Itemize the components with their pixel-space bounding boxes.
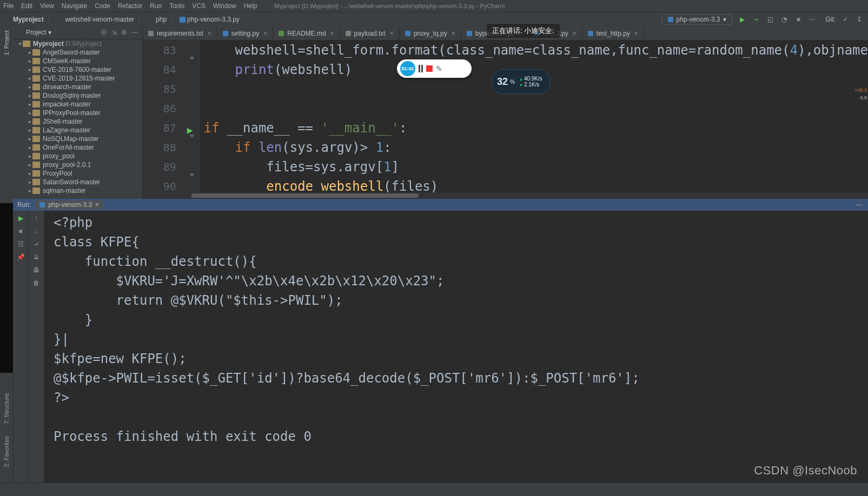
debug-button[interactable]: ⌁ [752,15,760,24]
tree-item[interactable]: ▸dirsearch-master [13,83,142,91]
fold-icon[interactable] [189,135,195,138]
gear-icon[interactable]: ⚙ [121,29,127,36]
tree-item[interactable]: ▸OneForAll-master [13,143,142,152]
pencil-icon[interactable]: ✎ [436,64,442,73]
h-scrollbar[interactable] [191,192,868,199]
h-scroll-thumb[interactable] [191,193,419,198]
breadcrumb-file[interactable]: php-venom-3.3.py [180,16,240,23]
run-tab[interactable]: php-venom-3.3 × [35,200,103,209]
stop-icon[interactable] [426,65,433,72]
vcs-commit-button[interactable]: ↧ [855,15,864,24]
project-panel-header: Project ▾ ⦿ ⇲ ⚙ — [13,26,142,39]
scroll-icon[interactable]: ⇊ [32,253,41,262]
project-selector[interactable]: Project ▾ [17,29,51,36]
tree-item[interactable]: ▸proxy_pool-2.0.1 [13,160,142,169]
close-icon[interactable]: × [573,30,577,37]
stop-button[interactable]: ■ [16,227,25,236]
close-icon[interactable]: × [330,30,334,37]
fold-icon[interactable] [189,57,195,60]
close-icon[interactable]: × [263,30,267,37]
menu-tools[interactable]: Tools [169,2,184,10]
tree-item[interactable]: ▸NoSQLMap-master [13,135,142,143]
code-editor[interactable]: 8384858687888990 ▶ webshell=shell_form.f… [143,41,868,199]
editor-tab[interactable]: requirements.txt× [143,27,217,40]
close-icon[interactable]: × [95,201,99,209]
tree-item[interactable]: ▸IPProxyPool-master [13,109,142,117]
project-tree[interactable]: ▾Myproject D:\Myproject ▸AngelSword-mast… [13,39,142,199]
tree-item[interactable]: ▸LaZagne-master [13,126,142,135]
menu-window[interactable]: Window [213,2,236,10]
vcs-update-button[interactable]: ✓ [841,15,850,24]
breadcrumb-root[interactable]: Myproject [4,16,44,23]
menu-run[interactable]: Run [150,2,162,10]
editor-tab[interactable]: test_http.py× [582,27,644,40]
watermark: CSDN @IsecNoob [754,464,857,478]
py-icon [467,31,472,36]
tree-item[interactable]: ▸CVE-2019-12815-master [13,74,142,83]
tree-item[interactable]: ▸proxy_pool [13,152,142,160]
tree-item[interactable]: ▸JShell-master [13,117,142,126]
up-icon[interactable]: ↑ [32,214,41,223]
txt-icon [346,31,351,36]
code-content[interactable]: webshell=shell_form.format(class_name=cl… [200,41,868,199]
pause-icon[interactable] [419,65,423,72]
trash-icon[interactable]: 🗑 [32,279,41,287]
menu-view[interactable]: View [40,2,54,10]
profile-button[interactable]: ◔ [780,15,789,24]
close-icon[interactable]: × [390,30,394,37]
menu-vcs[interactable]: VCS [192,2,206,10]
run-button[interactable]: ▶ [738,15,746,24]
sidebar-tab-structure[interactable]: 7: Structure [3,393,10,424]
layout-button[interactable]: ☷ [16,240,25,249]
rerun-button[interactable]: ▶ [16,214,25,223]
close-icon[interactable]: × [452,30,455,37]
fold-icon[interactable] [189,173,195,177]
editor-tab[interactable]: README.md× [273,27,340,40]
menu-file[interactable]: File [3,2,14,10]
tree-item[interactable]: ▸DnslogSqlinj-master [13,91,142,100]
net-upload: 40.9K/s [519,76,542,82]
tree-item[interactable]: ▸SatanSword-master [13,178,142,186]
py-icon [405,31,410,36]
speed-unit: % [510,79,515,85]
breadcrumb-2[interactable]: php [147,16,167,23]
sidebar-tab-favorites[interactable]: 2: Favorites [3,436,10,467]
txt-icon [148,31,154,36]
gutter-marks[interactable]: ▶ [184,41,200,199]
tree-item[interactable]: ▸CVE-2018-7600-master [13,65,142,74]
editor-tab[interactable]: setting.py× [217,27,273,40]
stop-button[interactable]: ■ [794,15,803,24]
menu-edit[interactable]: Edit [21,2,32,10]
breadcrumb-1[interactable]: webshell-venom-master [57,16,134,23]
menu-help[interactable]: Help [244,2,257,10]
hide-icon[interactable]: — [131,29,138,36]
coverage-button[interactable]: ◱ [766,15,774,24]
locate-icon[interactable]: ⦿ [101,29,107,36]
console-output[interactable]: <?php class KFPE{ function __destruct(){… [44,211,868,483]
tree-item[interactable]: ▸ProxyPool [13,169,142,178]
recorder-widget[interactable]: 51:41 ✎ [397,59,472,78]
down-icon[interactable]: ↓ [32,227,41,236]
menu-refactor[interactable]: Refactor [118,2,142,10]
pin-button[interactable]: 📌 [16,253,25,262]
network-widget[interactable]: 32% 40.9K/s 2.1K/s [491,69,551,94]
minimize-icon[interactable]: — [855,200,864,209]
tree-root[interactable]: ▾Myproject D:\Myproject [13,39,142,48]
tree-item[interactable]: ▸impacket-master [13,100,142,109]
tree-item[interactable]: ▸AngelSword-master [13,48,142,57]
breadcrumb-root-label: Myproject [13,16,44,23]
run-config-selector[interactable]: php-venom-3.3 ▾ [662,14,733,25]
print-icon[interactable]: 🖶 [32,266,41,274]
tree-item[interactable]: ▸sqlman-master [13,186,142,195]
wrap-icon[interactable]: ⤶ [32,240,41,249]
editor-tab[interactable]: payload.txt× [340,27,400,40]
menu-code[interactable]: Code [95,2,110,10]
tree-item[interactable]: ▸CMSeeK-master [13,57,142,65]
collapse-icon[interactable]: ⇲ [111,29,117,36]
menu-navigate[interactable]: Navigate [62,2,87,10]
close-icon[interactable]: × [208,30,211,37]
more-button[interactable]: ⋯ [808,15,817,24]
close-icon[interactable]: × [634,30,638,37]
editor-tab[interactable]: proxy_tq.py× [400,27,461,40]
sidebar-tab-project[interactable]: 1: Project [3,30,10,55]
